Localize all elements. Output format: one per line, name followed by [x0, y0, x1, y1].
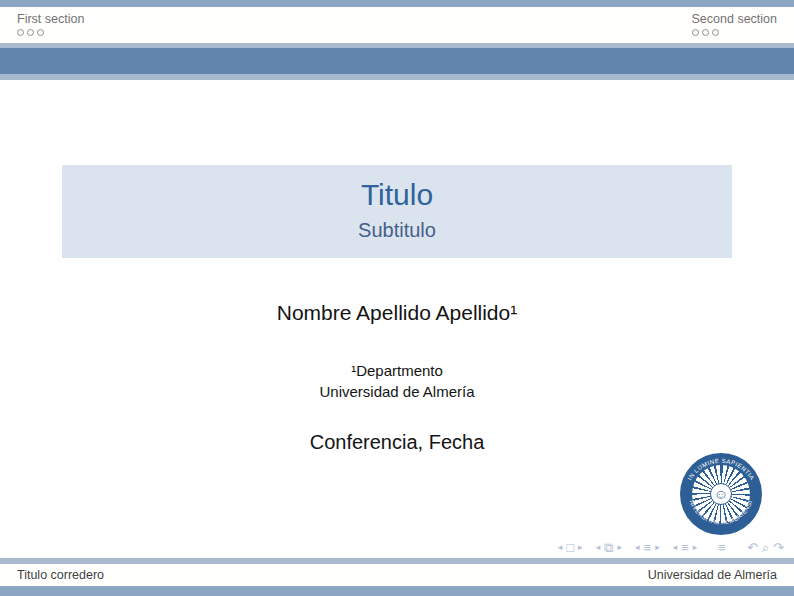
miniframe-dot[interactable] [692, 29, 699, 36]
section-icon[interactable]: ≡ [681, 541, 689, 554]
universidad-de-almeria-seal-icon: ☺ IN LUMINE SAPIENTIA VNIVERSITAS ALMERI… [680, 453, 762, 535]
prev-slide-icon[interactable]: ◂ [558, 543, 563, 552]
institute-block: ¹Departmento Universidad de Almería [0, 360, 794, 402]
frame-nav-group: ◂ ⧉ ▸ [594, 541, 624, 554]
miniframe-dot[interactable] [702, 29, 709, 36]
section-link-second[interactable]: Second section [692, 12, 777, 26]
frame-icon[interactable]: ⧉ [604, 541, 613, 554]
go-forward-icon[interactable]: ↷ [773, 541, 784, 554]
section-link-first[interactable]: First section [17, 12, 84, 26]
seal-motto-ring: IN LUMINE SAPIENTIA VNIVERSITAS ALMERIEN… [680, 453, 762, 535]
slide-icon[interactable]: □ [566, 541, 574, 554]
next-subsection-icon[interactable]: ▸ [655, 543, 660, 552]
appendix-nav-group: ≡ [716, 541, 728, 554]
prev-section-icon[interactable]: ◂ [673, 543, 678, 552]
search-icon[interactable]: ⌕ [762, 541, 769, 554]
appendix-icon[interactable]: ≡ [718, 541, 726, 554]
author-name: Nombre Apellido Apellido¹ [0, 301, 794, 325]
miniframe-dot[interactable] [37, 29, 44, 36]
section-nav-first: First section [17, 12, 84, 36]
go-back-icon[interactable]: ↶ [747, 541, 758, 554]
slide-title: Titulo [62, 178, 732, 212]
footer-short-title: Titulo corredero [17, 568, 104, 582]
footer: Titulo corredero Universidad de Almería [0, 564, 794, 586]
miniframe-dots-second [692, 29, 777, 36]
subsection-icon[interactable]: ≡ [644, 541, 652, 554]
top-edge-bar [0, 0, 794, 7]
institute-university: Universidad de Almería [0, 381, 794, 402]
svg-text:IN LUMINE SAPIENTIA: IN LUMINE SAPIENTIA [687, 458, 756, 482]
section-nav-group: ◂ ≡ ▸ [671, 541, 700, 554]
beamer-slide: { "header": { "first_section": { "label"… [0, 0, 794, 596]
prev-frame-icon[interactable]: ◂ [596, 543, 601, 552]
headline-bar-dark [0, 48, 794, 74]
subsection-nav-group: ◂ ≡ ▸ [633, 541, 662, 554]
next-frame-icon[interactable]: ▸ [617, 543, 622, 552]
next-section-icon[interactable]: ▸ [693, 543, 698, 552]
title-block: Titulo Subtitulo [62, 165, 732, 258]
footer-institution: Universidad de Almería [648, 568, 777, 582]
headline-bar-light-lower [0, 74, 794, 80]
prev-subsection-icon[interactable]: ◂ [635, 543, 640, 552]
miniframe-dot[interactable] [712, 29, 719, 36]
tools-nav-group: ↶ ⌕ ↷ [745, 541, 786, 554]
slide-subtitle: Subtitulo [62, 218, 732, 242]
conference-date: Conferencia, Fecha [0, 431, 794, 454]
navigation-symbols: ◂ □ ▸ ◂ ⧉ ▸ ◂ ≡ ▸ ◂ ≡ ▸ ≡ ↶ ⌕ ↷ [547, 541, 786, 554]
bottom-edge-bar [0, 586, 794, 596]
seal-motto-top: IN LUMINE SAPIENTIA [687, 458, 756, 482]
section-navigation-header: First section Second section [0, 7, 794, 43]
miniframe-dots-first [17, 29, 84, 36]
miniframe-dot[interactable] [17, 29, 24, 36]
next-slide-icon[interactable]: ▸ [578, 543, 583, 552]
section-nav-second: Second section [692, 12, 777, 36]
miniframe-dot[interactable] [27, 29, 34, 36]
slide-nav-group: ◂ □ ▸ [556, 541, 585, 554]
institute-department: ¹Departmento [0, 360, 794, 381]
